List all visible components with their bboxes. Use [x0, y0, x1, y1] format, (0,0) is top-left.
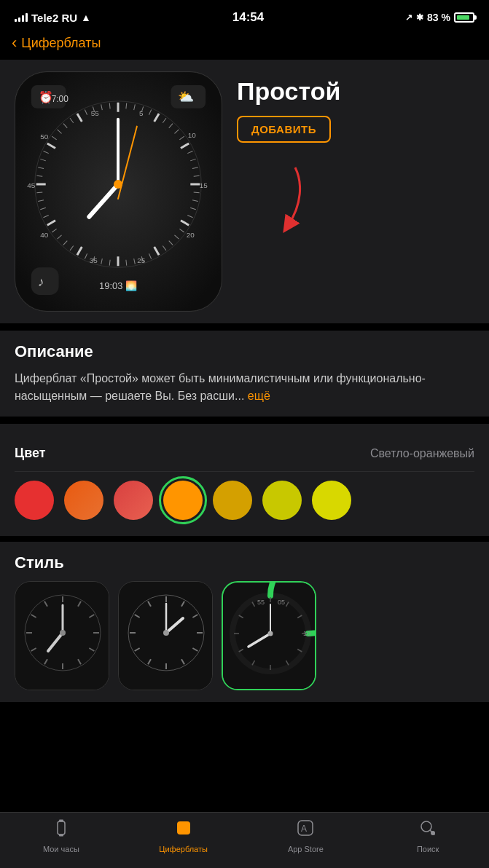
- battery-percent: 83 %: [427, 12, 450, 23]
- status-left: Tele2 RU ▲: [15, 12, 91, 24]
- svg-rect-141: [59, 820, 63, 822]
- color-row: Цвет Светло-оранжевый: [15, 435, 474, 472]
- style-preview-3[interactable]: 55 05 10: [222, 581, 316, 690]
- svg-rect-142: [59, 835, 63, 837]
- svg-rect-83: [31, 267, 59, 295]
- tab-my-watch-label: Мои часы: [43, 845, 79, 853]
- svg-text:♪: ♪: [38, 275, 44, 289]
- bluetooth-icon: ✱: [416, 12, 423, 23]
- divider-2: [0, 417, 489, 422]
- carrier-label: Tele2 RU: [31, 12, 77, 24]
- back-button[interactable]: ‹ Циферблаты: [12, 33, 101, 52]
- svg-text:55: 55: [257, 599, 265, 606]
- nav-arrow-icon: ↗: [405, 12, 412, 23]
- svg-rect-143: [177, 821, 190, 835]
- back-label: Циферблаты: [21, 36, 101, 51]
- svg-rect-140: [58, 821, 65, 835]
- navigation-bar: ‹ Циферблаты: [0, 31, 489, 60]
- style-preview-1[interactable]: [15, 581, 109, 690]
- annotation-arrow: [251, 160, 310, 248]
- swatch-light-orange[interactable]: [163, 481, 203, 520]
- svg-text:10: 10: [188, 131, 197, 139]
- tab-app-store[interactable]: A App Store: [245, 818, 367, 853]
- divider-3: [0, 536, 489, 542]
- svg-text:5: 5: [139, 109, 144, 117]
- color-label: Цвет: [15, 446, 46, 461]
- swatch-salmon[interactable]: [114, 481, 153, 520]
- status-right: ↗ ✱ 83 %: [405, 12, 474, 23]
- watch-face-preview: 5 10 15 20 25 35 40 45 50: [15, 71, 222, 312]
- signal-icon: [15, 13, 28, 22]
- divider-1: [0, 323, 489, 329]
- description-body: Циферблат «Простой» может быть минималис…: [15, 370, 474, 405]
- swatch-yellow[interactable]: [262, 481, 302, 520]
- wifi-icon: ▲: [81, 12, 91, 23]
- description-section: Описание Циферблат «Простой» может быть …: [0, 331, 489, 417]
- my-watch-icon: [52, 818, 71, 842]
- color-section: Цвет Светло-оранжевый: [0, 424, 489, 536]
- style-section: Стиль: [0, 542, 489, 702]
- color-swatches-container: [15, 472, 474, 524]
- svg-text:45: 45: [27, 181, 36, 189]
- battery-icon: [454, 12, 474, 23]
- more-link[interactable]: ещё: [248, 390, 270, 402]
- svg-text:⛅: ⛅: [178, 89, 195, 105]
- tab-faces-label: Циферблаты: [159, 845, 208, 853]
- svg-point-139: [268, 631, 273, 636]
- svg-text:10: 10: [303, 630, 310, 637]
- face-title: Простой: [237, 77, 474, 106]
- svg-text:35: 35: [90, 256, 98, 264]
- add-button[interactable]: ДОБАВИТЬ: [237, 116, 331, 143]
- tab-search-label: Поиск: [417, 845, 439, 853]
- status-bar: Tele2 RU ▲ 14:54 ↗ ✱ 83 %: [0, 0, 489, 31]
- svg-text:55: 55: [91, 109, 100, 117]
- back-chevron-icon: ‹: [12, 33, 17, 52]
- tab-bar: Мои часы Циферблаты A App Store Поиск: [0, 812, 489, 868]
- svg-text:25: 25: [137, 256, 146, 264]
- svg-point-119: [163, 630, 169, 636]
- svg-text:15: 15: [200, 181, 208, 189]
- clock-display: 14:54: [232, 10, 264, 25]
- tab-app-store-label: App Store: [288, 845, 324, 853]
- color-value: Светло-оранжевый: [370, 447, 474, 460]
- hero-section: 5 10 15 20 25 35 40 45 50: [0, 60, 489, 323]
- style-previews-container: 55 05 10: [15, 581, 474, 690]
- swatch-red[interactable]: [15, 481, 54, 520]
- svg-text:19:03 🌅: 19:03 🌅: [99, 280, 138, 292]
- tab-search[interactable]: Поиск: [367, 818, 489, 853]
- svg-text:50: 50: [40, 133, 49, 141]
- tab-faces[interactable]: Циферблаты: [122, 818, 245, 853]
- svg-point-146: [421, 821, 431, 832]
- svg-point-102: [60, 630, 66, 636]
- swatch-yellow-orange[interactable]: [213, 481, 252, 520]
- faces-icon: [174, 818, 193, 842]
- style-title: Стиль: [15, 553, 474, 572]
- svg-point-77: [114, 180, 122, 189]
- app-store-icon: A: [296, 818, 315, 842]
- svg-text:40: 40: [40, 231, 49, 239]
- search-icon: [418, 818, 437, 842]
- swatch-bright-yellow[interactable]: [312, 481, 351, 520]
- svg-text:A: A: [301, 824, 307, 834]
- svg-text:05: 05: [278, 599, 285, 606]
- tab-my-watch[interactable]: Мои часы: [0, 818, 122, 853]
- style-preview-2[interactable]: [118, 581, 213, 690]
- description-title: Описание: [15, 342, 474, 361]
- svg-text:20: 20: [187, 231, 195, 239]
- svg-text:7:00: 7:00: [52, 94, 69, 104]
- hero-text-area: Простой ДОБАВИТЬ: [237, 71, 474, 248]
- svg-point-148: [431, 831, 435, 835]
- swatch-orange[interactable]: [64, 481, 103, 520]
